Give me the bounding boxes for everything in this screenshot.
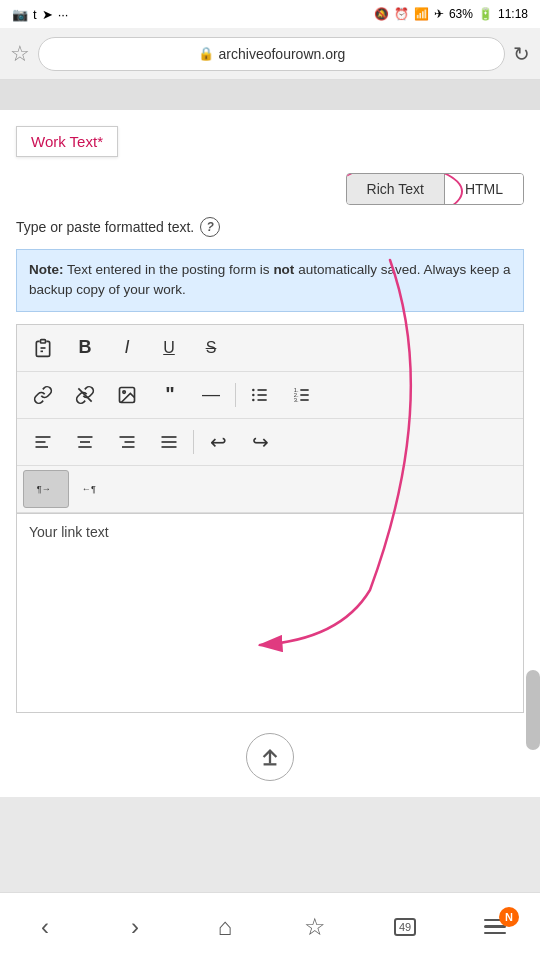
clock: 11:18 — [498, 7, 528, 21]
svg-rect-0 — [41, 339, 46, 342]
svg-point-5 — [123, 390, 126, 393]
menu-line-3 — [484, 932, 506, 935]
forward-button[interactable]: › — [109, 901, 161, 953]
note-text-1: Text entered in the posting form is — [67, 262, 273, 277]
page-scroll-area — [0, 80, 540, 110]
redo-button[interactable]: ↪ — [240, 423, 280, 461]
note-box: Note: Text entered in the posting form i… — [16, 249, 524, 312]
forward-icon: › — [131, 913, 139, 941]
browser-bar: ☆ 🔒 archiveofourown.org ↻ — [0, 28, 540, 80]
toolbar-row-4: ¶→ ←¶ — [17, 466, 523, 513]
help-text-row: Type or paste formatted text. ? — [16, 217, 524, 237]
italic-button[interactable]: I — [107, 329, 147, 367]
back-button[interactable]: ‹ — [19, 901, 71, 953]
link-button[interactable] — [23, 376, 63, 414]
svg-text:3.: 3. — [294, 396, 299, 402]
status-right: 🔕 ⏰ 📶 ✈ 63% 🔋 11:18 — [374, 7, 528, 21]
editor-area[interactable]: Your link text — [16, 513, 524, 713]
side-scrollbar[interactable] — [526, 670, 540, 750]
note-bold: not — [273, 262, 294, 277]
image-button[interactable] — [107, 376, 147, 414]
undo-button[interactable]: ↩ — [198, 423, 238, 461]
svg-text:¶→: ¶→ — [37, 484, 51, 494]
editor-toggle: Rich Text HTML — [16, 173, 524, 205]
svg-line-3 — [78, 388, 91, 401]
align-center-button[interactable] — [65, 423, 105, 461]
rich-text-tab[interactable]: Rich Text — [347, 174, 444, 204]
svg-point-9 — [252, 388, 255, 391]
status-left-icons: 📷 t ➤ ··· — [12, 7, 68, 22]
blockquote-button[interactable]: " — [149, 376, 189, 414]
toggle-group: Rich Text HTML — [346, 173, 524, 205]
bookmarks-button[interactable]: ☆ — [289, 901, 341, 953]
more-icon: ··· — [58, 7, 69, 22]
tabs-icon: 49 — [394, 918, 416, 936]
svg-point-10 — [252, 393, 255, 396]
bold-button[interactable]: B — [65, 329, 105, 367]
toolbar-row-1: B I U S — [17, 325, 523, 372]
note-label: Note: — [29, 262, 64, 277]
work-text-label: Work Text* — [16, 126, 118, 157]
home-icon: ⌂ — [218, 913, 233, 941]
status-bar: 📷 t ➤ ··· 🔕 ⏰ 📶 ✈ 63% 🔋 11:18 — [0, 0, 540, 28]
clipboard-button[interactable] — [23, 329, 63, 367]
navigation-icon: ➤ — [42, 7, 53, 22]
scroll-up-button[interactable] — [246, 733, 294, 781]
help-icon[interactable]: ? — [200, 217, 220, 237]
toolbar-separator-1 — [235, 383, 236, 407]
url-bar[interactable]: 🔒 archiveofourown.org — [38, 37, 505, 71]
battery-icon: 🔋 — [478, 7, 493, 21]
svg-point-11 — [252, 398, 255, 401]
lock-icon: 🔒 — [198, 46, 214, 61]
editor-placeholder-text: Your link text — [29, 524, 109, 540]
editor-toolbar: B I U S — [16, 324, 524, 513]
alarm-icon: ⏰ — [394, 7, 409, 21]
url-text: archiveofourown.org — [219, 46, 346, 62]
bottom-nav: ‹ › ⌂ ☆ 49 N — [0, 892, 540, 960]
ordered-list-button[interactable]: 1. 2. 3. — [282, 376, 322, 414]
menu-line-2 — [484, 925, 506, 928]
strikethrough-button[interactable]: S — [191, 329, 231, 367]
toolbar-row-3: ↩ ↪ — [17, 419, 523, 466]
align-justify-button[interactable] — [149, 423, 189, 461]
home-button[interactable]: ⌂ — [199, 901, 251, 953]
menu-badge: N — [499, 907, 519, 927]
unordered-list-button[interactable] — [240, 376, 280, 414]
back-icon: ‹ — [41, 913, 49, 941]
align-right-button[interactable] — [107, 423, 147, 461]
toolbar-separator-2 — [193, 430, 194, 454]
camera-icon: 📷 — [12, 7, 28, 22]
rtl-button[interactable]: ←¶ — [71, 470, 111, 508]
battery-text: 63% — [449, 7, 473, 21]
hr-button[interactable]: — — [191, 376, 231, 414]
airplane-icon: ✈ — [434, 7, 444, 21]
help-text-content: Type or paste formatted text. — [16, 219, 194, 235]
unlink-button[interactable] — [65, 376, 105, 414]
wifi-icon: 📶 — [414, 7, 429, 21]
html-tab[interactable]: HTML — [444, 174, 523, 204]
app-icon-t: t — [33, 7, 37, 22]
underline-button[interactable]: U — [149, 329, 189, 367]
toolbar-row-2: " — 1. 2. — [17, 372, 523, 419]
mute-icon: 🔕 — [374, 7, 389, 21]
refresh-icon[interactable]: ↻ — [513, 42, 530, 66]
bookmarks-icon: ☆ — [304, 913, 326, 941]
main-content: Work Text* Rich Text HTML Type or paste … — [0, 110, 540, 797]
menu-button[interactable]: N — [469, 901, 521, 953]
align-left-button[interactable] — [23, 423, 63, 461]
ltr-button[interactable]: ¶→ — [23, 470, 69, 508]
bookmark-star-icon[interactable]: ☆ — [10, 41, 30, 67]
svg-text:←¶: ←¶ — [82, 484, 96, 494]
tabs-button[interactable]: 49 — [379, 901, 431, 953]
